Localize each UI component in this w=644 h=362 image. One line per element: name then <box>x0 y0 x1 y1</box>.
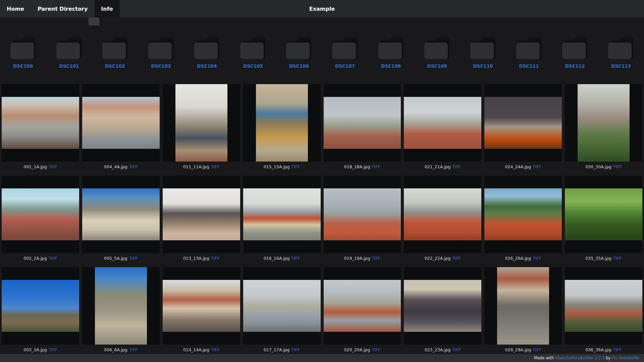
nav-item[interactable]: Parent Directory <box>31 0 94 17</box>
folder-link[interactable]: DSC108 <box>368 38 414 69</box>
folder-name[interactable]: DSC105 <box>243 63 263 69</box>
photo-filename: 013_13A.jpg <box>183 256 209 261</box>
photo-thumbnail[interactable] <box>163 188 240 240</box>
folder-name[interactable]: DSC102 <box>105 63 125 69</box>
photo-item: 018_18A.jpgTIFF <box>324 84 401 170</box>
photo-thumbnail[interactable] <box>95 267 147 345</box>
folder-name[interactable]: DSC106 <box>289 63 309 69</box>
tiff-link[interactable]: TIFF <box>533 347 541 352</box>
folder-link[interactable]: DSC104 <box>184 38 230 69</box>
tiff-link[interactable]: TIFF <box>211 164 220 169</box>
folder-icon <box>608 38 634 59</box>
tiff-link[interactable]: TIFF <box>452 256 461 261</box>
folder-name[interactable]: DSC109 <box>427 63 447 69</box>
tiff-link[interactable]: TIFF <box>372 347 380 352</box>
photo-filename: 005_5A.jpg <box>104 256 127 261</box>
photo-item: 019_19A.jpgTIFF <box>324 176 401 261</box>
photo-thumbnail[interactable] <box>565 188 642 240</box>
folder-link[interactable]: DSC113 <box>598 38 644 69</box>
photo-filename: 002_2A.jpg <box>23 256 47 261</box>
photo-cell <box>2 176 79 253</box>
nav-item[interactable]: Info <box>94 0 119 17</box>
folder-link[interactable]: DSC111 <box>506 38 552 69</box>
photo-thumbnail[interactable] <box>404 280 481 332</box>
photo-cell <box>243 267 321 345</box>
photo-thumbnail[interactable] <box>2 188 79 240</box>
folder-name[interactable]: DSC100 <box>13 63 33 69</box>
photo-filename: 022_22A.jpg <box>425 256 451 261</box>
photo-thumbnail[interactable] <box>2 280 79 332</box>
folder-name[interactable]: DSC104 <box>197 63 217 69</box>
photo-thumbnail[interactable] <box>578 84 630 162</box>
tiff-link[interactable]: TIFF <box>452 347 461 352</box>
folder-link[interactable]: DSC107 <box>322 38 368 69</box>
tiff-link[interactable]: TIFF <box>49 164 57 169</box>
folder-name[interactable]: DSC111 <box>519 63 539 69</box>
photo-thumbnail[interactable] <box>243 188 321 240</box>
photo-thumbnail[interactable] <box>324 97 401 149</box>
photo-item: 023_23A.jpgTIFF <box>404 267 481 353</box>
photo-thumbnail[interactable] <box>256 84 308 162</box>
tiff-link[interactable]: TIFF <box>291 164 300 169</box>
folder-link[interactable]: DSC100 <box>0 38 46 69</box>
folder-name[interactable]: DSC103 <box>151 63 171 69</box>
photo-thumbnail[interactable] <box>324 188 401 240</box>
tiff-link[interactable]: TIFF <box>533 164 541 169</box>
tiff-link[interactable]: TIFF <box>613 347 622 352</box>
photo-item: 006_6A.jpgTIFF <box>82 267 160 353</box>
photo-thumbnail[interactable] <box>484 97 562 149</box>
tiff-link[interactable]: TIFF <box>129 347 138 352</box>
tiff-link[interactable]: TIFF <box>211 256 220 261</box>
photo-item: 005_5A.jpgTIFF <box>82 176 160 261</box>
tiff-link[interactable]: TIFF <box>372 164 380 169</box>
photo-thumbnail[interactable] <box>175 84 227 162</box>
tiff-link[interactable]: TIFF <box>452 164 461 169</box>
photo-thumbnail[interactable] <box>565 280 642 332</box>
photo-item: 015_15A.jpgTIFF <box>243 84 321 170</box>
photo-thumbnail[interactable] <box>2 97 79 149</box>
tiff-link[interactable]: TIFF <box>533 256 541 261</box>
folder-link[interactable]: DSC102 <box>92 38 138 69</box>
photo-thumbnail[interactable] <box>484 188 562 240</box>
folder-name[interactable]: DSC110 <box>473 63 493 69</box>
photo-thumbnail[interactable] <box>324 280 401 332</box>
photo-filename: 029_29A.jpg <box>505 347 531 352</box>
folder-link[interactable]: DSC112 <box>552 38 598 69</box>
tiff-link[interactable]: TIFF <box>211 347 220 352</box>
folder-link[interactable]: DSC106 <box>276 38 322 69</box>
tiff-link[interactable]: TIFF <box>613 256 622 261</box>
folder-link[interactable]: DSC105 <box>230 38 276 69</box>
folder-name[interactable]: DSC112 <box>565 63 585 69</box>
gallery-builder-link[interactable]: StaticGalleryBuilder 2.2.3 <box>555 356 604 360</box>
photo-thumbnail[interactable] <box>404 97 481 149</box>
tiff-link[interactable]: TIFF <box>49 347 57 352</box>
photo-cell <box>82 84 160 162</box>
photo-thumbnail[interactable] <box>243 280 321 332</box>
footer-period: . <box>639 356 641 360</box>
nav-item-label: Parent Directory <box>38 6 88 12</box>
photo-thumbnail[interactable] <box>404 188 481 240</box>
folder-link[interactable]: DSC101 <box>46 38 92 69</box>
tiff-link[interactable]: TIFF <box>49 256 57 261</box>
folder-name[interactable]: DSC113 <box>611 63 631 69</box>
tiff-link[interactable]: TIFF <box>291 256 300 261</box>
photo-thumbnail[interactable] <box>82 188 160 240</box>
photo-thumbnail[interactable] <box>163 280 240 332</box>
author-link[interactable]: Flo Greistorfer <box>612 356 639 360</box>
folder-link[interactable]: DSC103 <box>138 38 184 69</box>
tiff-link[interactable]: TIFF <box>291 347 300 352</box>
folder-name[interactable]: DSC107 <box>335 63 355 69</box>
folder-name[interactable]: DSC108 <box>381 63 401 69</box>
folder-icon <box>194 38 220 59</box>
tiff-link[interactable]: TIFF <box>129 256 138 261</box>
nav-item[interactable]: Home <box>0 0 31 17</box>
tiff-link[interactable]: TIFF <box>129 164 138 169</box>
folder-link[interactable]: DSC110 <box>460 38 506 69</box>
photo-thumbnail[interactable] <box>497 267 549 345</box>
tiff-link[interactable]: TIFF <box>372 256 380 261</box>
folder-link[interactable]: DSC109 <box>414 38 460 69</box>
tiff-link[interactable]: TIFF <box>613 164 622 169</box>
photo-caption: 022_22A.jpgTIFF <box>404 256 481 261</box>
photo-thumbnail[interactable] <box>82 97 160 149</box>
folder-name[interactable]: DSC101 <box>59 63 79 69</box>
